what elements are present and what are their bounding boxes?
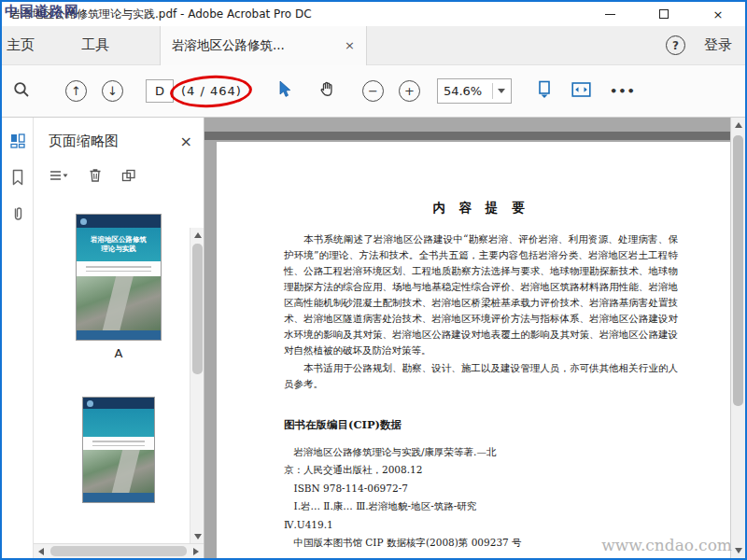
cover-title-band: 岩溶地区公路修筑 理论与实践: [77, 228, 161, 261]
document-tab-label: 岩溶地区公路修筑...: [172, 37, 337, 54]
toolbar: ↑ ↓ D (4 / 464) − + 54.6% •••: [2, 65, 745, 118]
arrow-right-icon: [193, 548, 199, 555]
scroll-left-button[interactable]: [34, 544, 49, 559]
select-tool-icon[interactable]: [277, 80, 292, 102]
page-position-text: (4 / 464): [181, 84, 242, 98]
publisher-logo-icon: [80, 218, 87, 225]
panel-title: 页面缩略图: [49, 133, 180, 150]
search-icon[interactable]: [13, 81, 30, 102]
zoom-level-dropdown[interactable]: 54.6%: [437, 78, 512, 104]
cover-road-photo: [77, 276, 161, 330]
cip-block: 图书在版编目(CIP)数据 岩溶地区公路修筑理论与实践/康厚荣等著.—北 京：人…: [284, 418, 678, 553]
tab-bar: 主页 工具 岩溶地区公路修筑... × ? 登录: [2, 26, 745, 65]
cip-line: 中国版本图书馆 CIP 数据核字(2008)第 009237 号: [284, 534, 678, 552]
document-tab[interactable]: 岩溶地区公路修筑... ×: [160, 26, 367, 65]
page-thumbnail-a[interactable]: 岩溶地区公路修筑 理论与实践 A: [77, 215, 161, 360]
publisher-logo-icon: [87, 400, 93, 407]
maximize-button[interactable]: [637, 2, 691, 26]
scroll-up-button[interactable]: [731, 118, 745, 133]
main-area: 页面缩略图 × 岩溶地区公路修筑: [2, 118, 745, 558]
document-vertical-scrollbar[interactable]: [730, 118, 745, 558]
cover-bottom-band: [77, 330, 161, 340]
zoom-in-button[interactable]: +: [399, 80, 420, 102]
arrow-down-icon: [194, 534, 202, 539]
scroll-right-button[interactable]: [189, 544, 204, 559]
minimize-icon: [605, 14, 615, 15]
page-content: 内 容 提 要 本书系统阐述了岩溶地区公路建设中“勘察岩溶、评价岩溶、利用资源、…: [217, 142, 730, 553]
more-tools-button[interactable]: •••: [610, 84, 636, 98]
scroll-down-button[interactable]: [731, 543, 745, 558]
tab-home[interactable]: 主页: [0, 36, 51, 54]
scroll-up-button[interactable]: [190, 228, 204, 242]
thumbnail-list: 岩溶地区公路修筑 理论与实践 A: [34, 215, 204, 502]
cover-title-band: [83, 409, 154, 437]
page-gap-band: [204, 132, 730, 140]
titlebar: 岩溶地区公路修筑理论与实践.pdf - Adobe Acrobat Pro DC…: [2, 2, 745, 26]
zoom-level-value: 54.6%: [444, 84, 492, 98]
page-thumbnails-panel: 页面缩略图 × 岩溶地区公路修筑: [34, 118, 204, 558]
cover-subtitle-area: [77, 261, 161, 276]
resize-thumbnails-icon[interactable]: [121, 168, 136, 186]
window-controls: ×: [583, 2, 745, 26]
page-thumbnails-panel-icon[interactable]: [9, 133, 26, 153]
trash-icon[interactable]: [88, 167, 103, 187]
arrow-up-icon: [194, 232, 202, 238]
maximize-icon: [659, 9, 669, 19]
scrollbar-track[interactable]: [49, 544, 189, 558]
zoom-out-button[interactable]: −: [362, 80, 384, 102]
panel-toolbar: [34, 158, 204, 194]
zoom-divider: [492, 83, 493, 99]
scrollbar-thumb[interactable]: [733, 135, 743, 406]
cover-top-band: [83, 398, 154, 409]
cover-subtitle-area: [83, 437, 154, 450]
cip-line: Ⅳ.U419.1: [284, 516, 678, 534]
hand-tool-icon[interactable]: [318, 80, 336, 102]
acrobat-window: 中国道路网 岩溶地区公路修筑理论与实践.pdf - Adobe Acrobat …: [0, 0, 747, 560]
close-button[interactable]: ×: [691, 2, 745, 26]
help-icon[interactable]: ?: [666, 35, 685, 55]
cip-line: Ⅰ.岩… Ⅱ.康… Ⅲ.岩溶地貌-地区-筑路-研究: [284, 497, 678, 515]
panel-vertical-scrollbar[interactable]: [190, 228, 204, 543]
cip-line: 京：人民交通出版社，2008.12: [284, 461, 678, 479]
thumbnail-cover-image-partial: [83, 398, 154, 502]
pdf-page: 内 容 提 要 本书系统阐述了岩溶地区公路建设中“勘察岩溶、评价岩溶、利用资源、…: [217, 142, 730, 558]
bookmarks-panel-icon[interactable]: [10, 169, 25, 189]
scrolling-mode-icon[interactable]: [536, 80, 553, 103]
scrollbar-thumb[interactable]: [50, 546, 187, 556]
attachments-panel-icon[interactable]: [10, 205, 25, 226]
page-thumbnail-b[interactable]: [83, 360, 154, 502]
arrow-left-icon: [38, 548, 44, 555]
scroll-down-button[interactable]: [190, 529, 204, 543]
window-title: 岩溶地区公路修筑理论与实践.pdf - Adobe Acrobat Pro DC: [9, 7, 312, 22]
arrow-down-icon: [735, 548, 742, 553]
scrollbar-thumb[interactable]: [192, 244, 203, 374]
sign-in-button[interactable]: 登录: [704, 36, 732, 54]
panel-horizontal-scrollbar[interactable]: [34, 543, 204, 558]
cover-road-photo: [83, 450, 154, 493]
next-page-button[interactable]: ↓: [102, 80, 123, 102]
tab-bar-right: ? 登录: [666, 35, 745, 55]
fit-width-icon[interactable]: [571, 81, 591, 102]
navigation-pane-strip: [2, 118, 34, 558]
thumbnail-page-label: A: [77, 346, 161, 360]
previous-page-button[interactable]: ↑: [65, 80, 87, 102]
thumbnail-cover-image: 岩溶地区公路修筑 理论与实践: [77, 215, 161, 340]
document-tab-close-icon[interactable]: ×: [345, 38, 355, 52]
arrow-up-icon: [735, 122, 742, 128]
page-heading: 内 容 提 要: [284, 200, 678, 217]
panel-header: 页面缩略图 ×: [34, 118, 204, 158]
minimize-button[interactable]: [583, 2, 637, 26]
cip-heading: 图书在版编目(CIP)数据: [284, 418, 678, 432]
thumbnail-options-icon[interactable]: [49, 168, 69, 186]
cip-line: 岩溶地区公路修筑理论与实践/康厚荣等著.—北: [284, 443, 678, 461]
chevron-down-icon: [498, 89, 505, 93]
cip-line: ISBN 978-114-06972-7: [284, 480, 678, 497]
panel-close-icon[interactable]: ×: [180, 133, 192, 150]
cover-bottom-band: [83, 493, 154, 502]
cover-title-line2: 理论与实践: [101, 245, 136, 254]
cover-title-line1: 岩溶地区公路修筑: [91, 235, 147, 245]
document-view-area: 内 容 提 要 本书系统阐述了岩溶地区公路建设中“勘察岩溶、评价岩溶、利用资源、…: [204, 118, 745, 558]
tab-tools[interactable]: 工具: [64, 36, 126, 54]
page-number-input[interactable]: D: [146, 79, 174, 103]
cover-top-band: [77, 215, 161, 228]
